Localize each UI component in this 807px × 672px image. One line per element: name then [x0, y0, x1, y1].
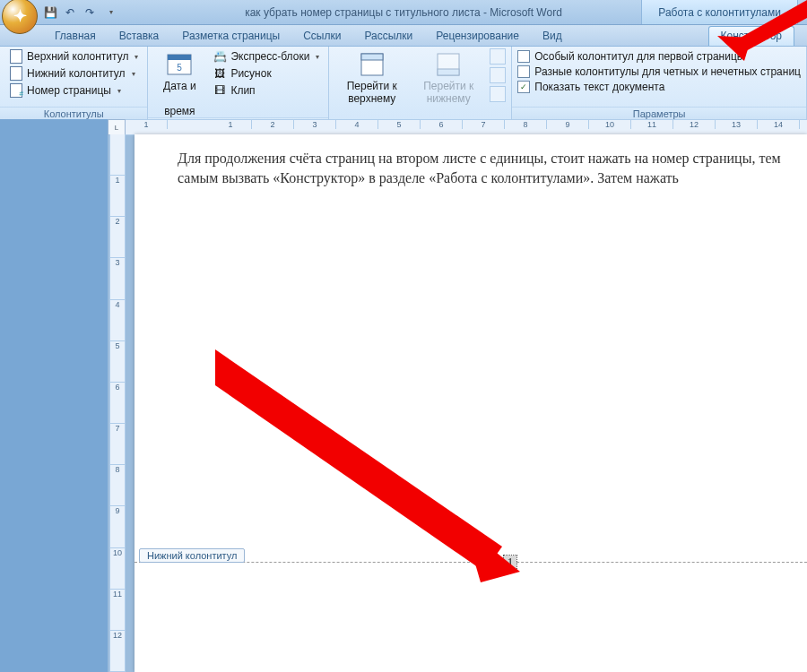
tab-references[interactable]: Ссылки [291, 27, 352, 46]
tab-review[interactable]: Рецензирование [424, 27, 531, 46]
undo-icon[interactable]: ↶ [63, 5, 77, 20]
tab-home[interactable]: Главная [43, 27, 108, 46]
qat-dropdown-icon[interactable] [102, 5, 117, 20]
header-button[interactable]: Верхний колонтитул [5, 48, 142, 65]
footer-button[interactable]: Нижний колонтитул [5, 65, 142, 82]
goto-footer-icon [434, 50, 463, 79]
goto-footer-button: Перейти к нижнемуколонтитулу [412, 48, 484, 130]
checkbox-icon [517, 65, 530, 78]
titlebar: ✦ 💾 ↶ ↷ как убрать номер страницы с титу… [0, 0, 807, 25]
quick-parts-icon: 📇 [213, 49, 227, 64]
group-headerfooter: Верхний колонтитул Нижний колонтитул # Н… [0, 47, 148, 121]
tab-selector[interactable]: L [108, 119, 126, 135]
window-title: как убрать номер страницы с титульного л… [245, 6, 562, 19]
vertical-ruler[interactable]: 123456789101112 [109, 134, 126, 672]
page-number-icon: # [9, 83, 23, 98]
odd-even-pages-checkbox[interactable]: Разные колонтитулы для четных и нечетных… [517, 65, 801, 78]
link-previous-button[interactable] [490, 86, 506, 102]
picture-icon: 🖼 [213, 66, 227, 81]
goto-header-button[interactable]: Перейти к верхнемуколонтитулу [334, 48, 409, 130]
tab-page-layout[interactable]: Разметка страницы [170, 27, 291, 46]
tab-design[interactable]: Конструктор [708, 26, 794, 46]
document-page[interactable]: Для продолжения счёта страниц на втором … [134, 134, 807, 672]
footer-label-tab[interactable]: Нижний колонтитул [139, 548, 245, 563]
quick-parts-button[interactable]: 📇 Экспресс-блоки [209, 48, 323, 65]
office-logo-icon: ✦ [13, 6, 27, 26]
contextual-tab-title: Работа с колонтитулами [641, 0, 798, 24]
different-first-page-checkbox[interactable]: Особый колонтитул для первой страницы [517, 50, 801, 63]
checkbox-checked-icon: ✓ [517, 81, 530, 93]
svg-text:5: 5 [178, 63, 183, 73]
ribbon: Верхний колонтитул Нижний колонтитул # Н… [0, 47, 807, 122]
left-gutter [0, 119, 108, 672]
group-options: Особый колонтитул для первой страницы Ра… [512, 47, 807, 121]
body-text: Для продолжения счёта страниц на втором … [178, 149, 807, 187]
horizontal-ruler[interactable]: 112345678910111213141516 [126, 119, 807, 135]
group-insert: 5 Дата ивремя 📇 Экспресс-блоки 🖼 Рисунок… [148, 47, 329, 121]
tab-view[interactable]: Вид [531, 27, 574, 46]
previous-section-button[interactable] [490, 48, 506, 65]
nav-small-buttons [490, 48, 506, 102]
svg-rect-1 [168, 55, 191, 60]
redo-icon[interactable]: ↷ [82, 5, 97, 20]
group-navigation: Перейти к верхнемуколонтитулу Перейти к … [329, 47, 512, 121]
save-icon[interactable]: 💾 [43, 5, 57, 20]
header-icon [9, 49, 23, 64]
goto-header-icon [358, 50, 386, 79]
tab-insert[interactable]: Вставка [108, 27, 171, 46]
tab-mailings[interactable]: Рассылки [352, 27, 424, 46]
clip-art-icon: 🎞 [213, 83, 227, 98]
checkbox-icon [517, 50, 530, 63]
page-number-button[interactable]: # Номер страницы [5, 82, 142, 99]
quick-access-toolbar: 💾 ↶ ↷ [43, 5, 117, 20]
show-document-text-checkbox[interactable]: ✓ Показать текст документа [517, 81, 801, 93]
svg-rect-4 [361, 54, 383, 60]
next-section-button[interactable] [490, 67, 506, 83]
clip-button[interactable]: 🎞 Клип [209, 82, 323, 99]
picture-button[interactable]: 🖼 Рисунок [209, 65, 323, 82]
page-number-field[interactable]: 1 [504, 556, 516, 572]
svg-rect-6 [438, 69, 459, 75]
ribbon-tabs: Главная Вставка Разметка страницы Ссылки… [0, 25, 807, 47]
footer-icon [9, 66, 23, 81]
calendar-icon: 5 [165, 50, 194, 79]
date-time-button[interactable]: 5 Дата ивремя [153, 48, 205, 117]
